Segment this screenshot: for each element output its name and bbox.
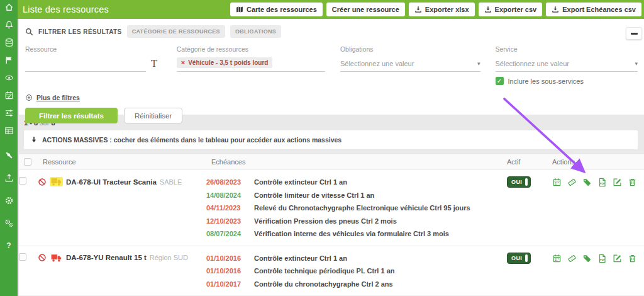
field-service: Service Sélectionnez une valeur ▾ ✓ Incl… — [496, 45, 638, 85]
more-filters-link[interactable]: Plus de filtres — [25, 94, 638, 101]
sidebar-group-lower: ? — [4, 151, 14, 250]
calendar-icon[interactable] — [552, 178, 562, 187]
actions-cell — [552, 252, 644, 263]
sliders-icon[interactable] — [4, 108, 14, 118]
filter-legend: FILTRER LES RÉSULTATS — [38, 28, 122, 35]
field-label: Ressource — [25, 45, 162, 53]
calendar-check-icon[interactable] — [4, 91, 14, 100]
export-xlsx-button[interactable]: Exporter xlsx — [409, 3, 475, 16]
tags-icon[interactable] — [567, 178, 577, 187]
deadline-item: 14/08/2024Contrôle limiteur de vitesse C… — [206, 189, 507, 202]
truck-icon — [50, 177, 63, 186]
gears-icon[interactable] — [4, 219, 14, 228]
active-toggle[interactable]: OUI — [507, 253, 531, 264]
tag-icon[interactable] — [582, 178, 592, 187]
ban-icon — [38, 178, 47, 186]
create-resource-button[interactable]: Créer une ressource — [326, 3, 405, 16]
field-ressource: Ressource T — [25, 45, 162, 85]
deadline-date: 08/07/2024 — [206, 227, 245, 241]
home-icon[interactable] — [4, 3, 14, 12]
field-obligations: Obligations Sélectionnez une valeur ▾ — [340, 45, 480, 85]
column-header-active: Actif — [507, 158, 552, 166]
minus-icon — [631, 33, 638, 35]
deadline-label: Contrôle extincteur Ctrl 1 an — [254, 252, 347, 265]
include-subservices-row: ✓ Inclure les sous-services — [496, 77, 638, 85]
remove-chip-icon[interactable]: × — [181, 59, 185, 66]
deadline-item: 01/10/2017Contrôle du chronotachygraphe … — [206, 278, 507, 291]
help-icon[interactable]: ? — [6, 241, 11, 250]
resource-service: SABLE — [160, 178, 182, 186]
actions-cell — [552, 176, 644, 187]
chevron-down-icon: ▾ — [477, 60, 480, 67]
flag-icon[interactable] — [4, 55, 14, 65]
button-label: Export Echéances csv — [562, 6, 636, 13]
sidebar: ? — [0, 0, 18, 296]
table-icon[interactable] — [4, 126, 14, 135]
ressource-input[interactable] — [25, 55, 146, 72]
download-icon — [552, 6, 559, 13]
categorie-select[interactable]: ×Véhicule - 3,5 t poids lourd — [177, 55, 325, 72]
trash-icon[interactable] — [628, 254, 637, 263]
deadline-label: Vérification Pression des pneus Ctrl 2 m… — [254, 215, 397, 228]
deadline-item: 04/11/2023Relevé du Chronotachygraphe El… — [206, 202, 507, 215]
calendar-icon[interactable] — [552, 254, 562, 263]
select-all-checkbox[interactable] — [24, 158, 31, 166]
table-row: DA-678-UI Tracteur Scania SABLE 26/08/20… — [19, 170, 644, 246]
export-deadlines-csv-button[interactable]: Export Echéances csv — [546, 3, 641, 16]
filter-buttons: Filtrer les résultats Réinitialiser — [25, 108, 638, 123]
row-checkbox[interactable] — [19, 253, 26, 261]
upload-icon[interactable] — [4, 173, 14, 183]
deadline-date: 12/10/2023 — [206, 215, 245, 228]
select-placeholder: Sélectionnez une valeur — [340, 60, 414, 67]
row-checkbox[interactable] — [19, 177, 26, 185]
column-header-deadlines: Echéances — [211, 158, 507, 166]
include-subservices-checkbox[interactable]: ✓ — [496, 77, 504, 85]
obligations-select[interactable]: Sélectionnez une valeur ▾ — [340, 55, 480, 72]
deadlines-cell: 01/10/2016Contrôle extincteur Ctrl 1 an … — [206, 252, 507, 291]
chevron-down-icon: ▾ — [635, 60, 638, 67]
text-format-icon[interactable]: T — [151, 55, 157, 72]
pdf-file-icon[interactable] — [597, 254, 607, 263]
tab-obligations[interactable]: OBLIGATIONS — [230, 25, 281, 38]
deadline-label: Relevé du Chronotachygraphe Electronique… — [254, 202, 470, 215]
collapse-panel-button[interactable] — [626, 27, 642, 40]
map-of-resources-button[interactable]: Carte des ressources — [230, 3, 323, 16]
download-icon — [484, 6, 492, 13]
main-area: Liste des ressources Carte des ressource… — [18, 0, 644, 296]
resources-table: Ressource Echéances Actif Actions DA-678… — [19, 154, 644, 296]
search-icon — [25, 28, 33, 36]
toggle-label: OUI — [511, 179, 522, 185]
resource-cell: DA-678-YU Renault 15 t Région SUD — [38, 252, 206, 263]
tab-categorie-de-ressources[interactable]: CATÉGORIE DE RESSOURCES — [127, 25, 225, 38]
filter-header: FILTRER LES RÉSULTATS CATÉGORIE DE RESSO… — [25, 25, 638, 38]
pdf-file-icon[interactable] — [597, 178, 607, 187]
active-toggle[interactable]: OUI — [507, 176, 531, 188]
deadline-item: 08/07/2024Vérification interne des véhic… — [206, 227, 507, 241]
export-csv-button[interactable]: Exporter csv — [479, 3, 543, 16]
filter-reset-button[interactable]: Réinitialiser — [124, 108, 182, 123]
deadline-item: 01/10/2016Contrôle extincteur Ctrl 1 an — [206, 252, 507, 265]
button-label: Exporter xlsx — [425, 6, 469, 13]
edit-icon[interactable] — [613, 254, 622, 263]
edit-icon[interactable] — [613, 178, 622, 187]
wrench-icon[interactable] — [4, 151, 14, 160]
resource-name: DA-678-UI Tracteur Scania — [66, 178, 157, 186]
button-label: Carte des ressources — [247, 6, 317, 13]
eye-icon[interactable] — [4, 73, 14, 83]
tags-icon[interactable] — [567, 254, 577, 263]
deadlines-cell: 26/08/2023Contrôle extincteur Ctrl 1 an … — [206, 176, 507, 241]
chip-label: Véhicule - 3,5 t poids lourd — [188, 59, 268, 66]
database-icon[interactable] — [4, 38, 14, 47]
table-header-row: Ressource Echéances Actif Actions — [19, 154, 644, 170]
gear-icon[interactable] — [4, 196, 14, 205]
filter-submit-button[interactable]: Filtrer les résultats — [25, 108, 118, 123]
bell-icon[interactable] — [4, 20, 14, 30]
service-select[interactable]: Sélectionnez une valeur ▾ — [496, 55, 638, 72]
arrow-down-icon — [30, 136, 38, 144]
field-label: Catégorie de ressources — [177, 45, 325, 53]
resource-cell: DA-678-UI Tracteur Scania SABLE — [38, 176, 206, 186]
deadline-label: Contrôle du chronotachygraphe Ctrl 2 ans — [254, 278, 393, 291]
tag-icon[interactable] — [582, 254, 592, 263]
deadline-date: 26/08/2023 — [206, 176, 245, 189]
trash-icon[interactable] — [628, 178, 637, 187]
